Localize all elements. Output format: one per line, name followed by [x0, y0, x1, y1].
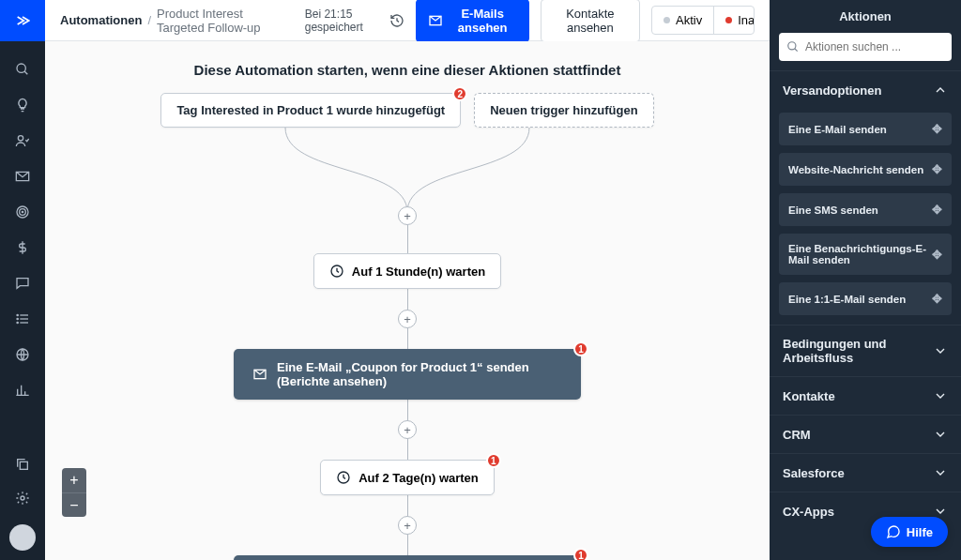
- drag-icon: ✥: [932, 203, 942, 217]
- svg-point-9: [17, 314, 18, 315]
- chat-icon: [886, 524, 901, 539]
- saved-text: Bei 21:15 gespeichert: [305, 8, 384, 34]
- add-step-button[interactable]: +: [398, 310, 417, 328]
- add-trigger-node[interactable]: Neuen trigger hinzufügen: [474, 93, 653, 128]
- svg-point-0: [17, 64, 25, 72]
- mail-icon: [428, 13, 443, 28]
- panel-title: Aktionen: [770, 0, 961, 33]
- chat-icon[interactable]: [15, 276, 30, 291]
- help-button[interactable]: Hilfe: [871, 517, 948, 547]
- logo-icon: [15, 13, 30, 28]
- drag-icon: ✥: [932, 292, 942, 306]
- left-nav: [0, 0, 45, 560]
- user-avatar[interactable]: [9, 524, 36, 551]
- zoom-in-button[interactable]: +: [62, 468, 86, 492]
- reports-icon[interactable]: [15, 383, 30, 398]
- copy-icon[interactable]: [15, 457, 30, 472]
- add-step-button[interactable]: +: [398, 206, 417, 225]
- globe-icon[interactable]: [15, 347, 30, 362]
- brand-logo[interactable]: [0, 0, 45, 41]
- status-active[interactable]: Aktiv: [652, 7, 713, 34]
- status-inactive[interactable]: Inaktiv: [713, 7, 755, 34]
- clock-icon: [329, 264, 344, 279]
- section-salesforce[interactable]: Salesforce: [770, 453, 961, 492]
- svg-point-11: [17, 322, 18, 323]
- header: Automationen / Product Interest Targeted…: [45, 0, 770, 41]
- view-emails-button[interactable]: E-Mails ansehen: [416, 0, 529, 42]
- zoom-out-button[interactable]: −: [62, 492, 86, 517]
- action-send-email[interactable]: Eine E-Mail senden✥: [779, 113, 952, 145]
- chevron-down-icon: [933, 343, 948, 358]
- actions-search-input[interactable]: [779, 33, 952, 61]
- breadcrumb-leaf: Product Interest Targeted Follow-up: [157, 7, 282, 35]
- action-send-sms[interactable]: Eine SMS senden✥: [779, 193, 952, 226]
- send-email-node[interactable]: 1 Eine E-Mail „Content related to intere…: [234, 555, 581, 560]
- automation-canvas[interactable]: Diese Automation starten, wenn eine dies…: [45, 41, 770, 560]
- action-1to1-email[interactable]: Eine 1:1-E-Mail senden✥: [779, 282, 952, 315]
- wait-node[interactable]: 1 Auf 2 Tage(n) warten: [320, 460, 495, 495]
- action-site-message[interactable]: Website-Nachricht senden✥: [779, 153, 952, 186]
- send-email-node[interactable]: 1 Eine E-Mail „Coupon for Product 1“ sen…: [234, 349, 581, 400]
- chevron-up-icon: [933, 83, 948, 98]
- section-bedingungen[interactable]: Bedingungen und Arbeitsfluss: [770, 325, 961, 376]
- svg-line-1: [24, 71, 27, 74]
- clock-icon: [336, 470, 351, 485]
- view-contacts-button[interactable]: Kontakte ansehen: [541, 0, 640, 42]
- svg-point-5: [22, 211, 23, 212]
- contacts-icon[interactable]: [15, 133, 30, 148]
- node-badge: 1: [486, 453, 501, 468]
- dollar-icon[interactable]: [15, 240, 30, 255]
- node-badge: 1: [573, 341, 588, 356]
- saved-indicator: Bei 21:15 gespeichert: [305, 8, 404, 34]
- mail-icon: [252, 367, 267, 382]
- chevron-down-icon: [933, 465, 948, 480]
- wait-node[interactable]: Auf 1 Stunde(n) warten: [313, 253, 501, 289]
- svg-rect-13: [20, 462, 27, 469]
- section-crm[interactable]: CRM: [770, 415, 961, 453]
- actions-panel: Aktionen Versandoptionen Eine E-Mail sen…: [770, 0, 961, 560]
- drag-icon: ✥: [932, 122, 942, 136]
- breadcrumb-sep: /: [147, 13, 151, 27]
- chevron-down-icon: [933, 388, 948, 403]
- list-icon[interactable]: [15, 311, 30, 326]
- search-icon[interactable]: [15, 62, 30, 77]
- breadcrumb-root[interactable]: Automationen: [60, 13, 142, 27]
- drag-icon: ✥: [932, 162, 942, 176]
- canvas-title: Diese Automation starten, wenn eine dies…: [45, 62, 770, 78]
- trigger-node[interactable]: Tag Interested in Product 1 wurde hinzug…: [160, 93, 461, 128]
- trigger-badge: 2: [452, 86, 467, 101]
- svg-point-14: [21, 496, 24, 500]
- add-step-button[interactable]: +: [398, 516, 417, 535]
- svg-point-10: [17, 318, 18, 319]
- action-notification-email[interactable]: Eine Benachrichtigungs-E-Mail senden✥: [779, 234, 952, 275]
- breadcrumb: Automationen / Product Interest Targeted…: [60, 7, 282, 35]
- history-icon[interactable]: [389, 13, 404, 28]
- status-toggle: Aktiv Inaktiv: [651, 6, 755, 35]
- section-versandoptionen[interactable]: Versandoptionen: [770, 70, 961, 109]
- node-badge: 1: [573, 548, 588, 560]
- chevron-down-icon: [933, 427, 948, 442]
- drag-icon: ✥: [932, 248, 942, 262]
- zoom-control: + −: [62, 468, 86, 517]
- add-step-button[interactable]: +: [398, 420, 417, 439]
- lightbulb-icon[interactable]: [15, 98, 30, 113]
- mail-icon[interactable]: [15, 169, 30, 184]
- gear-icon[interactable]: [15, 491, 30, 506]
- svg-point-2: [18, 136, 23, 141]
- section-kontakte[interactable]: Kontakte: [770, 376, 961, 415]
- target-icon[interactable]: [15, 204, 30, 219]
